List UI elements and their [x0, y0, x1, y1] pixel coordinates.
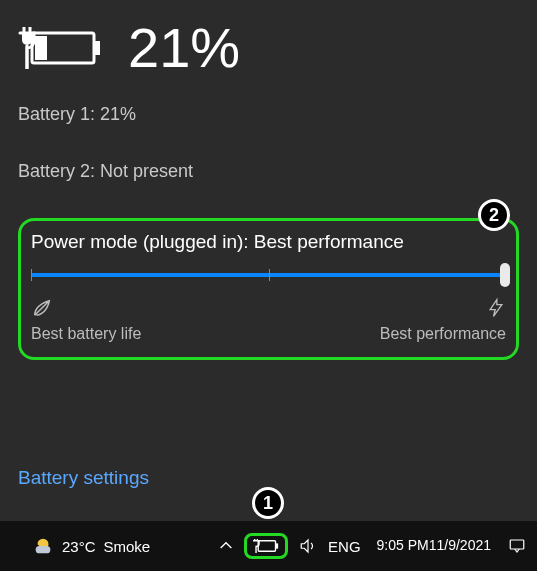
battery-flyout: 21% Battery 1: 21% Battery 2: Not presen…: [0, 0, 537, 521]
battery-percent: 21%: [128, 20, 240, 76]
slider-right-end: Best performance: [380, 297, 506, 343]
tray-clock[interactable]: 9:05 PM 11/9/2021: [377, 538, 491, 553]
svg-rect-6: [510, 540, 524, 549]
battery-1-status: Battery 1: 21%: [18, 104, 519, 125]
battery-charging-icon: [18, 27, 104, 69]
tray-date: 11/9/2021: [429, 538, 491, 553]
lightning-icon: [486, 297, 506, 319]
slider-left-caption: Best battery life: [31, 325, 141, 343]
weather-temp: 23°C: [62, 538, 96, 555]
power-mode-section: 2 Power mode (plugged in): Best performa…: [18, 218, 519, 360]
slider-left-end: Best battery life: [31, 297, 141, 343]
power-mode-slider[interactable]: [31, 273, 506, 277]
weather-widget[interactable]: 23°C Smoke: [32, 535, 150, 557]
slider-thumb[interactable]: [500, 263, 510, 287]
svg-rect-5: [276, 543, 279, 548]
slider-right-caption: Best performance: [380, 325, 506, 343]
svg-rect-2: [35, 36, 47, 60]
battery-2-status: Battery 2: Not present: [18, 161, 519, 182]
tray-language[interactable]: ENG: [328, 538, 361, 555]
annotation-marker-2: 2: [478, 199, 510, 231]
annotation-marker-1: 1: [252, 487, 284, 519]
tray-chevron-icon[interactable]: [218, 538, 234, 554]
tray-time: 9:05 PM: [377, 538, 429, 553]
tray-battery-icon[interactable]: [244, 533, 288, 559]
weather-condition: Smoke: [104, 538, 151, 555]
taskbar: 23°C Smoke ENG 9:05 PM 11/9/2021: [0, 521, 537, 571]
tray-volume-icon[interactable]: [298, 537, 318, 555]
svg-rect-4: [258, 541, 275, 551]
power-mode-label: Power mode (plugged in): Best performanc…: [31, 231, 506, 253]
battery-settings-link[interactable]: Battery settings: [18, 467, 149, 489]
svg-rect-1: [94, 41, 100, 55]
leaf-icon: [31, 297, 141, 319]
battery-header: 21%: [18, 20, 519, 76]
tray-action-center-icon[interactable]: [507, 537, 527, 555]
weather-icon: [32, 535, 54, 557]
